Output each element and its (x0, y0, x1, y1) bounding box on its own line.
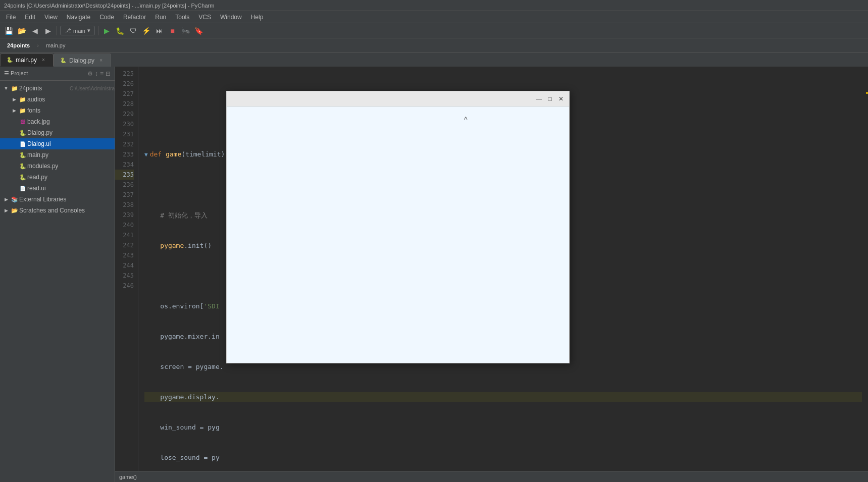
menu-window[interactable]: Window (216, 13, 246, 22)
menu-tools[interactable]: Tools (171, 13, 193, 22)
tree-item-readpy[interactable]: 🐍 read.py (0, 172, 115, 183)
sidebar-collapse-icon[interactable]: ⊟ (106, 70, 111, 77)
sidebar-title: ☰ Project (4, 70, 28, 77)
tree-item-modulespy[interactable]: 🐍 modules.py (0, 160, 115, 172)
tree-label-scratches: Scratches and Consoles (19, 207, 115, 214)
dialog-maximize-button[interactable]: □ (546, 95, 554, 103)
tree-item-dialogui[interactable]: 📄 Dialog.ui (0, 138, 115, 149)
breadcrumb-tabs: 24points › main.py (0, 38, 72, 52)
menu-refactor[interactable]: Refactor (119, 13, 150, 22)
tree-file-icon-dialogpy: 🐍 (18, 130, 27, 136)
menu-view[interactable]: View (40, 13, 62, 22)
tree-item-backjpg[interactable]: 🖼 back.jpg (0, 116, 115, 127)
tree-arrow-fonts: ▶ (10, 108, 18, 113)
tree-file-icon-modulespy: 🐍 (18, 163, 27, 170)
code-line-234: screen = pygame. (144, 362, 862, 372)
sidebar-header-icons: ⚙ ↕ ≡ ⊟ (87, 70, 111, 77)
tab-mainpy-close[interactable]: × (40, 57, 47, 64)
code-line-237: lose_sound = py (144, 453, 862, 463)
code-line-235: pygame.display. (144, 392, 862, 402)
tree-file-icon-scratches: 📂 (10, 207, 19, 214)
popup-dialog: — □ ✕ ^ (226, 91, 570, 363)
branch-icon: ⎇ (65, 27, 71, 34)
tree-label-dialogui: Dialog.ui (27, 140, 115, 147)
tree-file-icon-extlib: 📚 (10, 196, 19, 203)
menu-help[interactable]: Help (247, 13, 268, 22)
code-line-236: win_sound = pyg (144, 422, 862, 433)
dialog-titlebar: — □ ✕ (227, 91, 569, 106)
toolbar: 💾 📂 ◀ ▶ ⎇ main ▾ ▶ 🐛 🛡 ⚡ ⏭ ■ 🐜 🔖 (0, 23, 868, 38)
toolbar-debug[interactable]: 🐛 (115, 25, 126, 36)
tree-item-scratches[interactable]: ▶ 📂 Scratches and Consoles (0, 205, 115, 216)
menu-bar: File Edit View Navigate Code Refactor Ru… (0, 11, 868, 23)
toolbar-save[interactable]: 💾 (3, 25, 14, 36)
tree-item-dialogpy[interactable]: 🐍 Dialog.py (0, 127, 115, 138)
tab-dialogpy-close[interactable]: × (97, 57, 105, 64)
gutter-mark-highlight (866, 92, 868, 94)
dialog-minimize-button[interactable]: — (535, 95, 543, 103)
toolbar-bookmark[interactable]: 🔖 (193, 25, 205, 36)
breadcrumb-24points[interactable]: 24points (4, 41, 33, 49)
menu-code[interactable]: Code (95, 13, 118, 22)
editor-area: 225 226 227 228 229 230 231 232 233 234 … (115, 67, 868, 482)
toolbar-stop[interactable]: ■ (167, 25, 178, 36)
tree-folder-icon-24points: 📁 (10, 85, 19, 92)
toolbar-run[interactable]: ▶ (101, 25, 113, 36)
tree-file-icon-dialogui: 📄 (18, 141, 27, 147)
tab-dialogpy[interactable]: 🐍 Dialog.py × (54, 53, 111, 67)
tab-dialogpy-icon: 🐍 (60, 58, 66, 63)
toolbar-forward[interactable]: ▶ (42, 25, 54, 36)
menu-vcs[interactable]: VCS (194, 13, 215, 22)
sidebar-settings-icon[interactable]: ≡ (100, 70, 104, 77)
menu-run[interactable]: Run (151, 13, 170, 22)
sidebar-header: ☰ Project ⚙ ↕ ≡ ⊟ (0, 67, 115, 81)
tree-label-extlib: External Libraries (19, 196, 115, 203)
menu-navigate[interactable]: Navigate (63, 13, 94, 22)
editor-tabs: 🐍 main.py × 🐍 Dialog.py × (0, 52, 868, 67)
dialog-content: ^ (227, 106, 569, 363)
tree-item-fonts[interactable]: ▶ 📁 fonts (0, 105, 115, 116)
tree-label-fonts: fonts (27, 107, 115, 114)
tree-item-audios[interactable]: ▶ 📁 audios (0, 94, 115, 105)
toolbar-run-with-coverage[interactable]: ⚡ (141, 25, 152, 36)
toolbar-run-coverage[interactable]: 🛡 (128, 25, 139, 36)
tree-item-extlib[interactable]: ▶ 📚 External Libraries (0, 194, 115, 205)
menu-file[interactable]: File (2, 13, 20, 22)
tree-arrow-extlib: ▶ (2, 197, 10, 202)
toolbar-open[interactable]: 📂 (16, 25, 27, 36)
main-layout: ☰ Project ⚙ ↕ ≡ ⊟ ▼ 📁 24points C:\Users\… (0, 67, 868, 482)
toolbar-branch[interactable]: ⎇ main ▾ (60, 26, 95, 35)
breadcrumb-bottom: game() (115, 471, 868, 482)
tree-label-readui: read.ui (27, 185, 115, 192)
sidebar-gear-icon[interactable]: ⚙ (87, 70, 93, 77)
tree-file-icon-readpy: 🐍 (18, 174, 27, 181)
breadcrumb-bottom-text: game() (119, 474, 137, 480)
right-gutter (862, 67, 868, 471)
tree-folder-icon-audios: 📁 (18, 96, 27, 103)
tree-label-audios: audios (27, 96, 115, 103)
sidebar-sort-icon[interactable]: ↕ (95, 70, 98, 77)
tree-label-modulespy: modules.py (27, 163, 115, 170)
toolbar-step-over[interactable]: ⏭ (154, 25, 165, 36)
tree-arrow-audios: ▶ (10, 97, 18, 102)
dialog-close-button[interactable]: ✕ (557, 95, 565, 103)
branch-label: main (73, 28, 85, 34)
tab-mainpy[interactable]: 🐍 main.py × (0, 53, 54, 67)
title-text: 24points [C:\Users\Administrator\Desktop… (4, 3, 214, 9)
menu-edit[interactable]: Edit (21, 13, 39, 22)
breadcrumb-mainpy[interactable]: main.py (43, 41, 69, 49)
tree-folder-icon-fonts: 📁 (18, 108, 27, 114)
branch-dropdown-icon: ▾ (87, 27, 90, 34)
tree-file-icon-readui: 📄 (18, 186, 27, 191)
line-numbers: 225 226 227 228 229 230 231 232 233 234 … (115, 67, 138, 471)
tree-item-mainpy[interactable]: 🐍 main.py (0, 149, 115, 160)
toolbar-ant[interactable]: 🐜 (180, 25, 191, 36)
tree-label-backjpg: back.jpg (27, 118, 115, 125)
tree-label-readpy: read.py (27, 174, 115, 181)
sidebar: ☰ Project ⚙ ↕ ≡ ⊟ ▼ 📁 24points C:\Users\… (0, 67, 115, 482)
toolbar-back[interactable]: ◀ (29, 25, 40, 36)
toolbar-sep-2 (98, 26, 98, 35)
tree-item-24points[interactable]: ▼ 📁 24points C:\Users\Administra (0, 83, 115, 94)
tree-item-readui[interactable]: 📄 read.ui (0, 183, 115, 194)
tree-label-24points: 24points (19, 85, 68, 92)
